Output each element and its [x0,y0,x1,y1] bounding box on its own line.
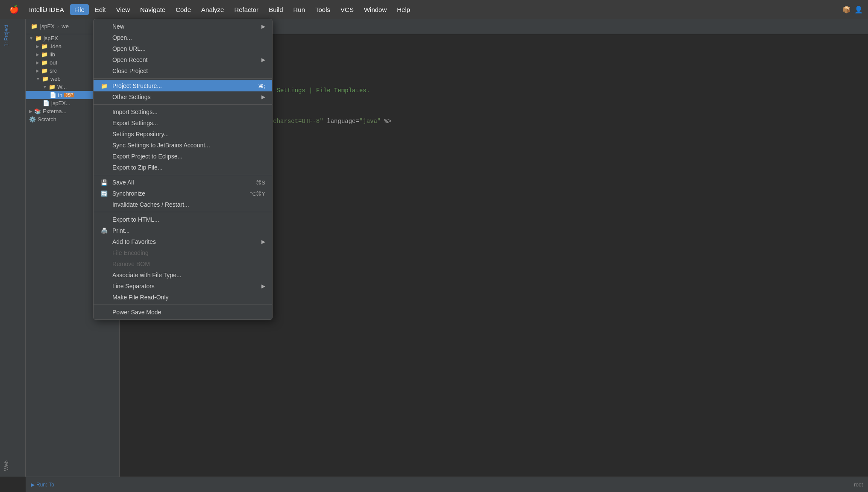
menubar-build[interactable]: Build [264,4,287,15]
menu-item-associate-filetype[interactable]: Associate with File Type... [94,269,272,281]
bottombar-run[interactable]: ▶ Run: To [31,482,54,488]
folder-icon-idea: 📁 [41,43,48,50]
run-icon: ▶ [31,482,35,488]
menubar-run[interactable]: Run [289,4,309,15]
menu-item-import-settings[interactable]: Import Settings... [94,106,272,117]
external-icon: 📚 [34,108,41,114]
submenu-arrow-fav: ▶ [261,239,265,245]
scratch-icon: ⚙️ [29,116,36,123]
menu-item-new[interactable]: New ▶ [94,21,272,32]
folder-icon-jspex: 📁 [35,35,42,41]
breadcrumb-sep: › [57,23,59,29]
sync-icon: 🔄 [100,190,108,197]
left-vtab-panel: 1: Project Web [0,19,26,477]
folder-icon-out: 📁 [41,59,48,66]
menu-item-file-encoding: File Encoding [94,247,272,258]
menubar-tools[interactable]: Tools [311,4,334,15]
menu-item-add-favorites[interactable]: Add to Favorites ▶ [94,236,272,247]
menu-item-make-readonly[interactable]: Make File Read-Only [94,292,272,303]
submenu-arrow: ▶ [261,23,265,29]
separator-2 [94,104,272,105]
menu-item-other-settings[interactable]: Other Settings ▶ [94,91,272,102]
menu-item-synchronize[interactable]: 🔄 Synchronize ⌥⌘Y [94,188,272,199]
menubar-help[interactable]: Help [393,4,414,15]
menubar-intellij[interactable]: IntelliJ IDEA [25,4,68,15]
menubar-edit[interactable]: Edit [91,4,110,15]
menu-item-open[interactable]: Open... [94,32,272,43]
menubar-analyze[interactable]: Analyze [197,4,228,15]
folder-icon-w: 📁 [49,84,56,90]
dropbox-icon: 📦 [842,6,851,14]
separator-5 [94,305,272,305]
menu-item-open-url[interactable]: Open URL... [94,43,272,54]
menu-item-open-recent[interactable]: Open Recent ▶ [94,54,272,65]
menu-item-save-all[interactable]: 💾 Save All ⌘S [94,177,272,188]
folder-icon-lib: 📁 [41,51,48,58]
menubar-view[interactable]: View [112,4,134,15]
menu-item-export-eclipse[interactable]: Export Project to Eclipse... [94,151,272,162]
file-menu-dropdown: New ▶ Open... Open URL... Open Recent ▶ … [93,19,273,320]
menubar-refactor[interactable]: Refactor [230,4,263,15]
bottombar-root: root [854,482,863,488]
menu-item-remove-bom: Remove BOM [94,258,272,269]
run-label: Run: [36,482,47,488]
folder-icon-web: 📁 [42,76,49,82]
submenu-arrow-recent: ▶ [261,57,265,63]
menu-item-power-save[interactable]: Power Save Mode [94,307,272,318]
breadcrumb-item-2[interactable]: we [62,23,69,29]
menubar-code[interactable]: Code [171,4,195,15]
menu-item-close-project[interactable]: Close Project [94,65,272,76]
menubar-vcs[interactable]: VCS [336,4,358,15]
menu-item-sync-jetbrains[interactable]: Sync Settings to JetBrains Account... [94,140,272,151]
menu-item-line-separators[interactable]: Line Separators ▶ [94,281,272,292]
menu-item-project-structure[interactable]: 📁 Project Structure... ⌘; [94,80,272,91]
print-icon: 🖨️ [100,228,108,234]
breadcrumb-item-1[interactable]: jspEX [40,23,55,29]
menu-item-export-settings[interactable]: Export Settings... [94,117,272,129]
user-icon: 👤 [854,6,863,14]
vtab-web[interactable]: Web [2,458,24,473]
menu-item-export-html[interactable]: Export to HTML... [94,214,272,225]
submenu-arrow-other: ▶ [261,94,265,100]
separator-3 [94,175,272,175]
menu-item-print[interactable]: 🖨️ Print... [94,225,272,236]
file-icon-jspex: 📄 [43,100,50,106]
separator-4 [94,212,272,212]
shortcut-save-all: ⌘S [256,179,265,186]
apple-menu[interactable]: 🍎 [5,5,23,14]
run-value: To [49,482,54,488]
menubar-navigate[interactable]: Navigate [136,4,170,15]
vtab-project[interactable]: 1: Project [2,22,24,49]
folder-icon-src: 📁 [41,67,48,74]
menubar-right-area: 📦 👤 [842,6,863,14]
shortcut-synchronize: ⌥⌘Y [249,190,265,197]
file-icon-index: 📄 [50,92,56,98]
menu-item-invalidate-caches[interactable]: Invalidate Caches / Restart... [94,199,272,210]
project-structure-icon: 📁 [100,83,108,89]
separator-1 [94,78,272,79]
breadcrumb-folder-icon: 📁 [31,23,38,29]
save-icon: 💾 [100,179,108,186]
menubar-file[interactable]: File [70,4,89,15]
bottombar: ▶ Run: To root [26,477,868,492]
menubar: 🍎 IntelliJ IDEA File Edit View Navigate … [0,0,868,19]
menu-item-export-zip[interactable]: Export to Zip File... [94,162,272,173]
menu-item-settings-repo[interactable]: Settings Repository... [94,129,272,140]
menubar-window[interactable]: Window [360,4,391,15]
submenu-arrow-linesep: ▶ [261,283,265,289]
shortcut-project-structure: ⌘; [258,83,265,89]
